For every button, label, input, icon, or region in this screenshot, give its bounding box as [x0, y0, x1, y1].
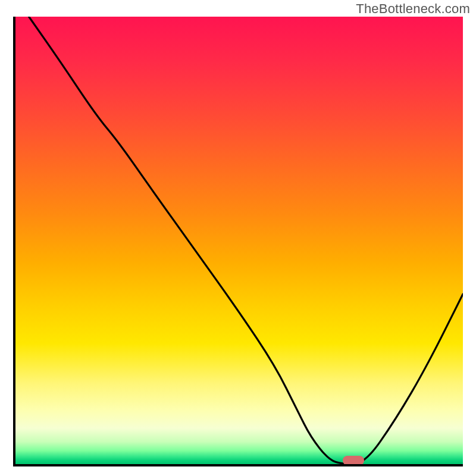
- plot-area: [13, 17, 463, 466]
- bottleneck-marker: [343, 456, 364, 465]
- curve-line: [15, 17, 463, 464]
- chart-container: TheBottleneck.com: [0, 0, 476, 476]
- watermark-text: TheBottleneck.com: [356, 1, 470, 17]
